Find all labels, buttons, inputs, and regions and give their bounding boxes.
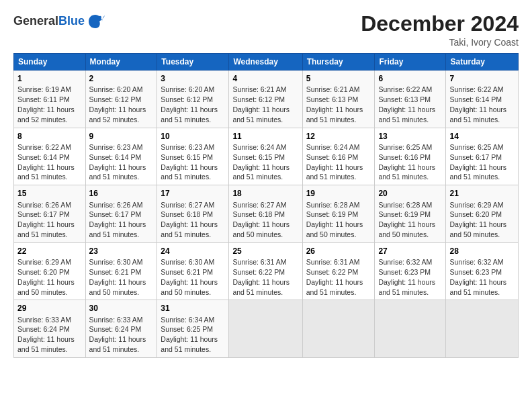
week-row-5: 29Sunrise: 6:33 AMSunset: 6:24 PMDayligh… <box>14 300 519 358</box>
day-info: Sunrise: 6:23 AMSunset: 6:14 PMDaylight:… <box>89 143 146 181</box>
day-number: 25 <box>232 246 298 257</box>
day-info: Sunrise: 6:29 AMSunset: 6:20 PMDaylight:… <box>17 258 75 296</box>
day-info: Sunrise: 6:30 AMSunset: 6:21 PMDaylight:… <box>89 258 146 296</box>
day-info: Sunrise: 6:24 AMSunset: 6:16 PMDaylight:… <box>306 143 363 181</box>
day-info: Sunrise: 6:28 AMSunset: 6:19 PMDaylight:… <box>306 201 363 239</box>
calendar-cell: 15Sunrise: 6:26 AMSunset: 6:17 PMDayligh… <box>14 185 86 243</box>
day-number: 27 <box>378 246 442 257</box>
week-row-4: 22Sunrise: 6:29 AMSunset: 6:20 PMDayligh… <box>14 242 519 300</box>
calendar-cell: 13Sunrise: 6:25 AMSunset: 6:16 PMDayligh… <box>375 128 446 185</box>
calendar-cell: 29Sunrise: 6:33 AMSunset: 6:24 PMDayligh… <box>14 300 86 358</box>
calendar-cell <box>302 300 375 358</box>
day-info: Sunrise: 6:23 AMSunset: 6:15 PMDaylight:… <box>161 143 218 181</box>
calendar-cell: 17Sunrise: 6:27 AMSunset: 6:18 PMDayligh… <box>157 185 229 243</box>
day-info: Sunrise: 6:33 AMSunset: 6:24 PMDaylight:… <box>17 316 75 354</box>
calendar-cell <box>375 300 446 358</box>
day-number: 26 <box>306 246 371 257</box>
header: GeneralBlue December 2024 Taki, Ivory Co… <box>13 12 519 48</box>
day-number: 20 <box>378 188 442 199</box>
day-number: 28 <box>449 246 515 257</box>
calendar-cell <box>229 300 302 358</box>
day-number: 22 <box>17 246 82 257</box>
day-of-week-monday: Monday <box>85 54 157 71</box>
day-number: 29 <box>17 303 82 314</box>
day-info: Sunrise: 6:26 AMSunset: 6:17 PMDaylight:… <box>17 201 75 239</box>
day-info: Sunrise: 6:19 AMSunset: 6:11 PMDaylight:… <box>17 85 75 124</box>
logo: GeneralBlue <box>13 12 105 31</box>
day-info: Sunrise: 6:22 AMSunset: 6:14 PMDaylight:… <box>17 143 75 181</box>
calendar-cell: 8Sunrise: 6:22 AMSunset: 6:14 PMDaylight… <box>14 128 86 185</box>
calendar-cell: 21Sunrise: 6:29 AMSunset: 6:20 PMDayligh… <box>446 185 519 243</box>
calendar-cell: 4Sunrise: 6:21 AMSunset: 6:12 PMDaylight… <box>229 71 302 128</box>
day-info: Sunrise: 6:21 AMSunset: 6:12 PMDaylight:… <box>232 85 290 124</box>
day-number: 8 <box>17 131 82 142</box>
day-number: 1 <box>17 73 82 84</box>
calendar-cell: 30Sunrise: 6:33 AMSunset: 6:24 PMDayligh… <box>85 300 157 358</box>
day-number: 19 <box>306 188 371 199</box>
day-of-week-tuesday: Tuesday <box>157 54 229 71</box>
calendar-cell: 14Sunrise: 6:25 AMSunset: 6:17 PMDayligh… <box>446 128 519 185</box>
calendar-cell: 2Sunrise: 6:20 AMSunset: 6:12 PMDaylight… <box>85 71 157 128</box>
day-number: 21 <box>449 188 515 199</box>
day-number: 15 <box>17 188 82 199</box>
day-info: Sunrise: 6:34 AMSunset: 6:25 PMDaylight:… <box>161 316 218 354</box>
calendar-cell: 24Sunrise: 6:30 AMSunset: 6:21 PMDayligh… <box>157 242 229 300</box>
calendar-header-row: SundayMondayTuesdayWednesdayThursdayFrid… <box>14 54 519 71</box>
day-info: Sunrise: 6:25 AMSunset: 6:17 PMDaylight:… <box>449 143 506 181</box>
calendar-cell: 23Sunrise: 6:30 AMSunset: 6:21 PMDayligh… <box>85 242 157 300</box>
day-number: 13 <box>378 131 442 142</box>
calendar-cell: 19Sunrise: 6:28 AMSunset: 6:19 PMDayligh… <box>302 185 375 243</box>
calendar-cell: 28Sunrise: 6:32 AMSunset: 6:23 PMDayligh… <box>446 242 519 300</box>
logo-blue: Blue <box>58 14 85 28</box>
day-info: Sunrise: 6:31 AMSunset: 6:22 PMDaylight:… <box>232 258 290 296</box>
day-number: 7 <box>449 73 515 84</box>
day-number: 16 <box>89 188 154 199</box>
day-info: Sunrise: 6:31 AMSunset: 6:22 PMDaylight:… <box>306 258 363 296</box>
day-number: 17 <box>161 188 225 199</box>
day-number: 30 <box>89 303 154 314</box>
calendar-table: SundayMondayTuesdayWednesdayThursdayFrid… <box>13 53 519 358</box>
day-number: 2 <box>89 73 154 84</box>
day-info: Sunrise: 6:28 AMSunset: 6:19 PMDaylight:… <box>378 201 435 239</box>
calendar-cell: 18Sunrise: 6:27 AMSunset: 6:18 PMDayligh… <box>229 185 302 243</box>
page: GeneralBlue December 2024 Taki, Ivory Co… <box>0 0 532 411</box>
logo-text: GeneralBlue <box>13 15 85 28</box>
day-info: Sunrise: 6:30 AMSunset: 6:21 PMDaylight:… <box>161 258 218 296</box>
calendar-cell <box>446 300 519 358</box>
day-info: Sunrise: 6:32 AMSunset: 6:23 PMDaylight:… <box>449 258 506 296</box>
day-number: 18 <box>232 188 298 199</box>
logo-general: General <box>13 14 58 28</box>
day-info: Sunrise: 6:20 AMSunset: 6:12 PMDaylight:… <box>89 85 146 124</box>
day-info: Sunrise: 6:20 AMSunset: 6:12 PMDaylight:… <box>161 85 218 124</box>
day-info: Sunrise: 6:25 AMSunset: 6:16 PMDaylight:… <box>378 143 435 181</box>
calendar-cell: 5Sunrise: 6:21 AMSunset: 6:13 PMDaylight… <box>302 71 375 128</box>
calendar-cell: 25Sunrise: 6:31 AMSunset: 6:22 PMDayligh… <box>229 242 302 300</box>
day-number: 6 <box>378 73 442 84</box>
calendar-cell: 27Sunrise: 6:32 AMSunset: 6:23 PMDayligh… <box>375 242 446 300</box>
day-of-week-wednesday: Wednesday <box>229 54 302 71</box>
day-number: 5 <box>306 73 371 84</box>
calendar-cell: 22Sunrise: 6:29 AMSunset: 6:20 PMDayligh… <box>14 242 86 300</box>
day-number: 10 <box>161 131 225 142</box>
location: Taki, Ivory Coast <box>361 37 519 48</box>
day-info: Sunrise: 6:33 AMSunset: 6:24 PMDaylight:… <box>89 316 146 354</box>
calendar-cell: 9Sunrise: 6:23 AMSunset: 6:14 PMDaylight… <box>85 128 157 185</box>
week-row-1: 1Sunrise: 6:19 AMSunset: 6:11 PMDaylight… <box>14 71 519 128</box>
calendar-cell: 6Sunrise: 6:22 AMSunset: 6:13 PMDaylight… <box>375 71 446 128</box>
day-info: Sunrise: 6:26 AMSunset: 6:17 PMDaylight:… <box>89 201 146 239</box>
calendar-cell: 1Sunrise: 6:19 AMSunset: 6:11 PMDaylight… <box>14 71 86 128</box>
week-row-3: 15Sunrise: 6:26 AMSunset: 6:17 PMDayligh… <box>14 185 519 243</box>
title-area: December 2024 Taki, Ivory Coast <box>361 12 519 48</box>
day-number: 12 <box>306 131 371 142</box>
day-info: Sunrise: 6:27 AMSunset: 6:18 PMDaylight:… <box>161 201 218 239</box>
day-of-week-thursday: Thursday <box>302 54 375 71</box>
day-number: 31 <box>161 303 225 314</box>
day-info: Sunrise: 6:29 AMSunset: 6:20 PMDaylight:… <box>449 201 506 239</box>
month-title: December 2024 <box>361 12 519 36</box>
calendar-cell: 3Sunrise: 6:20 AMSunset: 6:12 PMDaylight… <box>157 71 229 128</box>
week-row-2: 8Sunrise: 6:22 AMSunset: 6:14 PMDaylight… <box>14 128 519 185</box>
calendar-cell: 10Sunrise: 6:23 AMSunset: 6:15 PMDayligh… <box>157 128 229 185</box>
day-number: 24 <box>161 246 225 257</box>
day-of-week-saturday: Saturday <box>446 54 519 71</box>
calendar-cell: 20Sunrise: 6:28 AMSunset: 6:19 PMDayligh… <box>375 185 446 243</box>
